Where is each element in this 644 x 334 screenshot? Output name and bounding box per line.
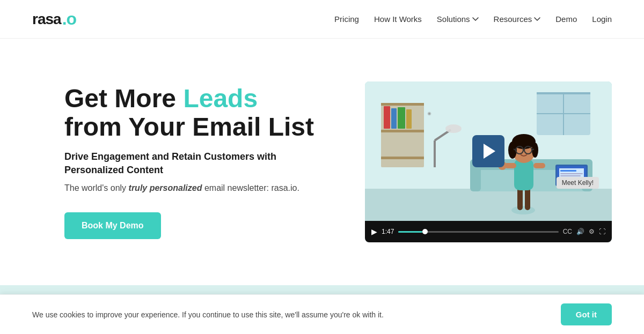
svg-rect-14 — [406, 109, 412, 129]
svg-point-17 — [445, 124, 462, 133]
hero-title-line1: Get More Leads — [64, 85, 322, 113]
hero-subtitle: Drive Engagement and Retain Customers wi… — [64, 150, 322, 177]
chevron-down-icon — [534, 16, 540, 23]
svg-rect-8 — [381, 103, 424, 106]
hero-content: Get More Leads from Your Email List Driv… — [64, 85, 322, 239]
nav-demo[interactable]: Demo — [555, 14, 577, 24]
svg-point-37 — [508, 142, 517, 159]
svg-rect-31 — [514, 159, 533, 190]
svg-point-40 — [524, 146, 532, 154]
svg-rect-30 — [525, 186, 530, 210]
svg-line-43 — [532, 149, 534, 150]
svg-point-39 — [516, 146, 523, 154]
video-settings-icon[interactable]: ⚙ — [589, 228, 595, 235]
video-progress-fill — [398, 231, 422, 233]
hero-section: Get More Leads from Your Email List Driv… — [0, 39, 644, 285]
cookie-accept-button[interactable]: Got it — [561, 303, 612, 325]
video-progress-dot — [422, 229, 428, 234]
video-fullscreen-icon[interactable]: ⛶ — [599, 228, 605, 235]
svg-rect-29 — [517, 186, 523, 210]
svg-rect-26 — [560, 173, 583, 174]
meet-kelly-badge: Meet Kelly! — [557, 177, 599, 189]
svg-rect-10 — [381, 157, 424, 159]
svg-rect-11 — [384, 106, 390, 129]
svg-rect-9 — [381, 130, 424, 132]
svg-point-38 — [532, 143, 538, 158]
navbar: rasa.o Pricing How It Works Solutions Re… — [0, 0, 644, 39]
video-controls-bar: ▶ 1:47 CC 🔊 ⚙ ⛶ — [365, 221, 612, 242]
video-player: Meet Kelly! ▶ 1:47 CC 🔊 ⚙ ⛶ — [365, 81, 612, 242]
svg-rect-2 — [365, 189, 612, 221]
logo-symbol: .o — [62, 9, 76, 29]
svg-rect-4 — [537, 92, 590, 94]
video-progress-bar[interactable] — [398, 231, 558, 233]
nav-resources[interactable]: Resources — [494, 14, 541, 24]
nav-how-it-works[interactable]: How It Works — [374, 14, 422, 24]
svg-line-16 — [435, 130, 451, 140]
video-play-icon[interactable]: ▶ — [371, 227, 377, 236]
cookie-text: We use cookies to improve your experienc… — [32, 310, 384, 319]
svg-rect-7 — [381, 103, 424, 167]
hero-title: Get More Leads from Your Email List — [64, 85, 322, 142]
video-play-button[interactable] — [472, 135, 504, 167]
logo-text: rasa — [32, 11, 61, 28]
svg-rect-13 — [398, 107, 405, 129]
nav-login[interactable]: Login — [592, 14, 612, 24]
svg-point-36 — [512, 134, 536, 149]
hero-title-accent: Leads — [183, 84, 258, 113]
nav-solutions[interactable]: Solutions — [437, 14, 479, 24]
hero-description: The world's only truly personalized emai… — [64, 181, 322, 195]
svg-rect-25 — [560, 170, 576, 172]
svg-rect-12 — [391, 108, 397, 129]
nav-pricing[interactable]: Pricing — [334, 14, 359, 24]
svg-rect-33 — [533, 163, 545, 168]
svg-point-35 — [512, 137, 536, 163]
video-control-icons: CC 🔊 ⚙ ⛶ — [563, 228, 605, 235]
svg-point-28 — [511, 206, 535, 214]
book-demo-button[interactable]: Book My Demo — [64, 212, 161, 239]
video-timestamp: 1:47 — [382, 228, 394, 235]
svg-rect-32 — [504, 163, 516, 168]
chevron-down-icon — [472, 16, 479, 23]
svg-line-42 — [514, 149, 516, 150]
svg-rect-27 — [560, 175, 581, 176]
logo[interactable]: rasa.o — [32, 9, 76, 29]
video-scene: Meet Kelly! — [365, 81, 612, 221]
nav-links: Pricing How It Works Solutions Resources… — [334, 14, 612, 24]
video-volume-icon[interactable]: 🔊 — [576, 228, 584, 235]
svg-rect-3 — [537, 92, 590, 135]
hero-title-line2: from Your Email List — [64, 113, 314, 141]
video-cc-icon[interactable]: CC — [563, 228, 572, 235]
cookie-banner: We use cookies to improve your experienc… — [0, 294, 644, 334]
